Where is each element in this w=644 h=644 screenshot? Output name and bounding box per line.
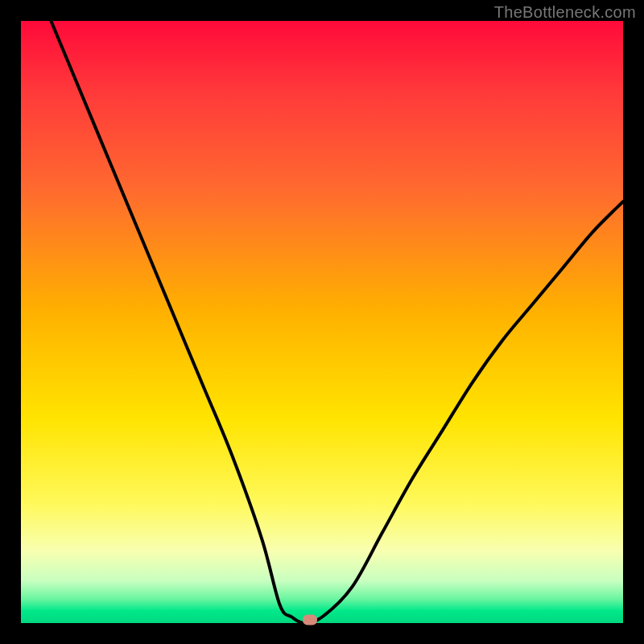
minimum-marker: [303, 615, 317, 625]
plot-area: [21, 21, 623, 623]
chart-frame: TheBottleneck.com: [0, 0, 644, 644]
bottleneck-curve: [21, 21, 623, 623]
watermark-text: TheBottleneck.com: [494, 3, 636, 22]
